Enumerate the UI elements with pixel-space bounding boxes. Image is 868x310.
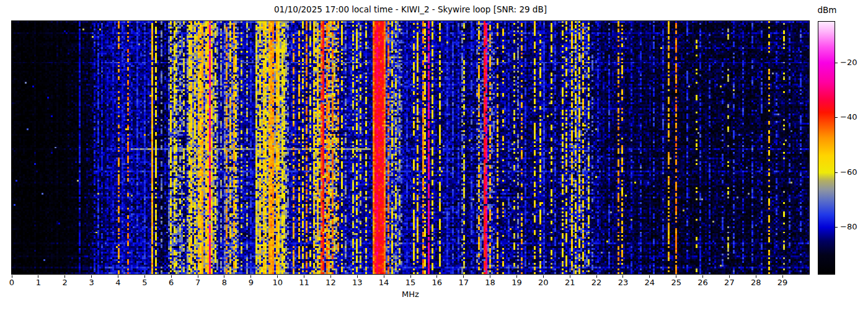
spectrogram-canvas [12, 21, 809, 274]
colorbar-tick-label: −80 [840, 222, 857, 231]
colorbar-tick-mark [835, 227, 838, 228]
x-tick-label: 19 [506, 278, 527, 287]
x-tick-label: 20 [533, 278, 554, 287]
x-axis-label: MHz [11, 290, 810, 299]
x-tick-label: 14 [373, 278, 394, 287]
x-tick-label: 5 [134, 278, 155, 287]
x-tick-label: 8 [214, 278, 235, 287]
x-tick-label: 0 [1, 278, 22, 287]
x-tick-label: 17 [453, 278, 474, 287]
x-tick-label: 4 [107, 278, 128, 287]
colorbar-tick-label: −40 [840, 112, 857, 122]
x-tick-label: 10 [267, 278, 288, 287]
x-tick-label: 18 [480, 278, 501, 287]
x-tick-label: 21 [559, 278, 580, 287]
plot-title: 01/10/2025 17:00 local time - KIWI_2 - S… [11, 4, 810, 14]
x-tick-label: 9 [241, 278, 262, 287]
x-tick-label: 11 [294, 278, 315, 287]
x-tick-label: 16 [427, 278, 448, 287]
x-tick-label: 7 [187, 278, 208, 287]
x-tick-label: 2 [55, 278, 76, 287]
x-tick-label: 6 [161, 278, 182, 287]
colorbar-tick-mark [835, 172, 838, 173]
x-tick-label: 23 [613, 278, 634, 287]
x-tick-label: 13 [347, 278, 368, 287]
colorbar-tick-label: −60 [840, 167, 857, 177]
x-tick-label: 1 [28, 278, 49, 287]
colorbar-tick-mark [835, 63, 838, 63]
colorbar [818, 21, 835, 275]
x-tick-label: 12 [320, 278, 341, 287]
x-tick-label: 26 [693, 278, 714, 287]
x-tick-label: 25 [666, 278, 687, 287]
x-tick-label: 27 [719, 278, 740, 287]
colorbar-tick-mark [835, 117, 838, 118]
x-tick-label: 22 [586, 278, 607, 287]
x-tick-label: 29 [772, 278, 793, 287]
x-tick-label: 28 [745, 278, 766, 287]
plot-area [11, 20, 810, 275]
x-tick-label: 3 [81, 278, 102, 287]
spectrogram-figure: 01/10/2025 17:00 local time - KIWI_2 - S… [0, 0, 868, 310]
x-tick-label: 15 [400, 278, 421, 287]
colorbar-tick-label: −20 [840, 58, 857, 67]
colorbar-unit-label: dBm [810, 5, 844, 15]
x-tick-label: 24 [639, 278, 660, 287]
